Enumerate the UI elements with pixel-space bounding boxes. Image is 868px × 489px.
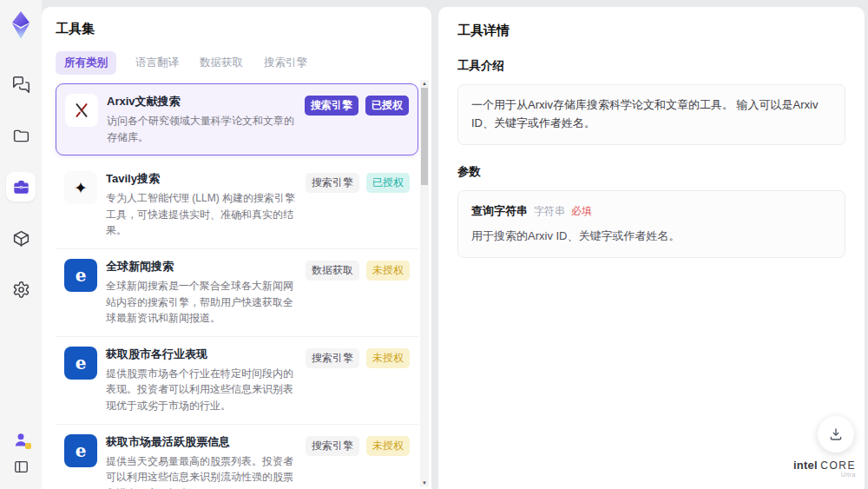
toolbox-icon (12, 178, 30, 196)
tool-name: Tavily搜索 (106, 171, 297, 187)
sidebar-item-chat[interactable] (6, 69, 36, 99)
category-badge: 数据获取 (306, 261, 359, 281)
tool-detail-panel: 工具详情 工具介绍 一个用于从Arxiv存储库搜索科学论文和文章的工具。 输入可… (438, 7, 865, 489)
parameter-box: 查询字符串字符串必填 用于搜索的Arxiv ID、关键字或作者姓名。 (457, 190, 845, 259)
sidebar-bottom (12, 431, 30, 479)
tool-name: 获取市场最活跃股票信息 (106, 434, 297, 450)
core-brand-text: core (820, 459, 856, 472)
arxiv-logo-icon (65, 94, 98, 127)
sidebar-item-packages[interactable] (6, 223, 36, 253)
tool-card-global-news[interactable]: e 全球新闻搜索 全球新闻搜索是一个聚合全球各大新闻网站内容的搜索引擎，帮助用户… (56, 249, 418, 337)
brand-sub-text: Ultra (793, 472, 856, 479)
stock-provider-logo-icon: e (64, 347, 97, 380)
detail-panel-title: 工具详情 (457, 23, 845, 39)
intel-brand-text: intel (793, 459, 818, 472)
category-tabs: 所有类别 语言翻译 数据获取 搜索引擎 (56, 51, 431, 75)
download-button[interactable] (818, 416, 854, 453)
chat-icon (12, 76, 30, 94)
tool-description: 提供股票市场各个行业在特定时间段内的表现。投资者可以利用这些信息来识别表现优于或… (106, 366, 297, 414)
folder-icon (12, 127, 30, 145)
auth-status-badge: 已授权 (365, 96, 409, 116)
sidebar-item-files[interactable] (6, 121, 36, 150)
auth-status-badge: 已授权 (366, 173, 410, 193)
collapse-sidebar-button[interactable] (13, 459, 30, 479)
param-name: 查询字符串 (471, 204, 528, 217)
download-icon (828, 426, 844, 442)
collapse-panel-icon (13, 459, 30, 475)
tavily-star-icon: ✦ (64, 171, 97, 204)
param-required-badge: 必填 (571, 205, 592, 217)
tool-intro-box: 一个用于从Arxiv存储库搜索科学论文和文章的工具。 输入可以是Arxiv ID… (457, 84, 845, 145)
category-badge: 搜索引擎 (305, 96, 358, 116)
tool-description: 专为人工智能代理 (LLM) 构建的搜索引擎工具，可快速提供实时、准确和真实的结… (106, 190, 297, 239)
user-avatar[interactable] (12, 431, 30, 448)
package-icon (12, 229, 30, 248)
auth-status-badge: 未授权 (366, 436, 410, 456)
tool-card-sector-performance[interactable]: e 获取股市各行业表现 提供股票市场各个行业在特定时间段内的表现。投资者可以利用… (56, 337, 418, 425)
tab-all-categories[interactable]: 所有类别 (56, 51, 116, 75)
scroll-up-arrow-icon[interactable]: ▲ (420, 80, 429, 87)
tool-list-scrollbar[interactable]: ▲ ▼ (420, 80, 429, 486)
tool-card-most-active-stocks[interactable]: e 获取市场最活跃股票信息 提供当天交易量最高的股票列表。投资者可以利用这些信息… (56, 425, 418, 489)
tool-card-arxiv[interactable]: Arxiv文献搜索 访问各个研究领域大量科学论文和文章的存储库。 搜索引擎 已授… (56, 83, 418, 155)
avatar-badge (25, 443, 31, 449)
param-description: 用于搜索的Arxiv ID、关键字或作者姓名。 (471, 228, 832, 246)
params-heading: 参数 (457, 164, 845, 180)
tool-description: 提供当天交易量最高的股票列表。投资者可以利用这些信息来识别流动性强的股票和潜在的… (106, 453, 297, 489)
tool-name: 全球新闻搜索 (106, 259, 297, 274)
tools-panel-title: 工具集 (56, 21, 431, 37)
tool-name: 获取股市各行业表现 (106, 347, 297, 362)
sidebar-nav (6, 69, 36, 304)
tool-description: 全球新闻搜索是一个聚合全球各大新闻网站内容的搜索引擎，帮助用户快速获取全球最新资… (106, 278, 297, 327)
settings-icon (12, 281, 30, 299)
tab-search-engine[interactable]: 搜索引擎 (262, 51, 309, 75)
category-badge: 搜索引擎 (306, 348, 359, 368)
app-sidebar (0, 0, 42, 489)
tab-language-translation[interactable]: 语言翻译 (134, 51, 181, 75)
stock-provider-logo-icon: e (64, 434, 97, 467)
param-type: 字符串 (534, 205, 565, 217)
sidebar-item-tools[interactable] (6, 172, 36, 202)
intel-core-logo: intel core Ultra (793, 459, 856, 479)
tool-list: Arxiv文献搜索 访问各个研究领域大量科学论文和文章的存储库。 搜索引擎 已授… (56, 83, 418, 489)
scroll-down-arrow-icon[interactable]: ▼ (420, 479, 429, 486)
app-logo-icon (7, 10, 35, 40)
tool-card-tavily[interactable]: ✦ Tavily搜索 专为人工智能代理 (LLM) 构建的搜索引擎工具，可快速提… (56, 162, 418, 249)
tools-panel: 工具集 所有类别 语言翻译 数据获取 搜索引擎 Arxiv文献搜索 访问各个研究… (42, 7, 431, 489)
auth-status-badge: 未授权 (366, 348, 410, 368)
tool-description: 访问各个研究领域大量科学论文和文章的存储库。 (107, 113, 296, 145)
sidebar-item-settings[interactable] (6, 274, 36, 304)
scrollbar-thumb[interactable] (421, 88, 428, 185)
auth-status-badge: 未授权 (366, 261, 410, 281)
news-provider-logo-icon: e (64, 259, 97, 292)
category-badge: 搜索引擎 (306, 173, 359, 193)
intro-heading: 工具介绍 (457, 58, 845, 74)
tool-name: Arxiv文献搜索 (107, 94, 296, 109)
category-badge: 搜索引擎 (306, 436, 359, 456)
tab-data-fetch[interactable]: 数据获取 (198, 51, 245, 75)
